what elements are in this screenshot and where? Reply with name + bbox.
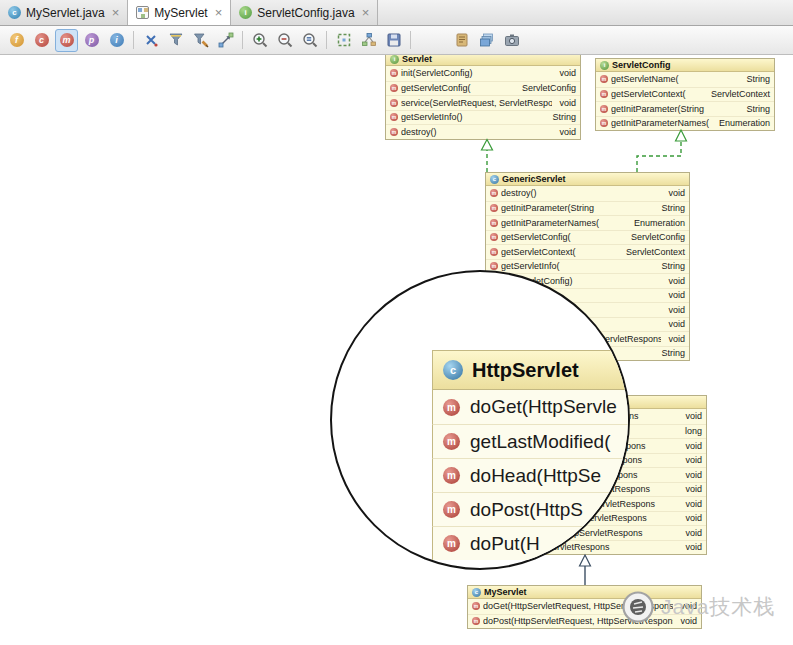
- method-row[interactable]: mgetServletConfig(ServletConfig: [486, 230, 689, 245]
- method-icon: m: [443, 399, 460, 416]
- method-return-type: void: [664, 319, 685, 329]
- method-return-type: String: [548, 112, 576, 122]
- method-icon: m: [600, 90, 608, 98]
- save-diagram-button[interactable]: [382, 29, 405, 52]
- class-node-servlet[interactable]: iServletminit(ServletConfig)voidmgetServ…: [385, 52, 581, 140]
- tab-servletconfig-java[interactable]: iServletConfig.java×: [231, 0, 378, 25]
- properties-toggle-button[interactable]: p: [80, 29, 103, 52]
- fit-content-button[interactable]: [332, 29, 355, 52]
- method-row[interactable]: mdestroy()void: [486, 186, 689, 201]
- class-header[interactable]: iServletConfig: [596, 59, 774, 72]
- method-signature: doPut(H: [470, 533, 540, 555]
- toolbar-separator: [133, 31, 134, 49]
- method-row[interactable]: mgetServletContext(ServletContext: [596, 87, 774, 102]
- interface-icon: i: [239, 6, 252, 19]
- method-row[interactable]: mgetServletConfig(ServletConfig: [386, 81, 580, 96]
- method-row[interactable]: mgetInitParameterNames(Enumeration: [486, 215, 689, 230]
- method-row[interactable]: mgetInitParameterNames(Enumeration: [596, 116, 774, 131]
- tab-bar: cMyServlet.java×MyServlet×iServletConfig…: [0, 0, 793, 26]
- method-return-type: void: [555, 98, 576, 108]
- method-icon: m: [390, 128, 398, 136]
- class-header[interactable]: cGenericServlet: [486, 173, 689, 186]
- properties-icon: p: [85, 33, 99, 47]
- method-signature: getInitParameter(String: [501, 203, 654, 213]
- method-row[interactable]: mservice(ServletRequest, ServletResponsv…: [386, 95, 580, 110]
- actual-size-button[interactable]: [298, 29, 321, 52]
- method-return-type: ServletConfig: [518, 83, 576, 93]
- method-row[interactable]: minit(ServletConfig)void: [386, 66, 580, 81]
- method-row[interactable]: mgetServletContext(ServletContext: [486, 244, 689, 259]
- show-dependencies-button[interactable]: [214, 29, 237, 52]
- constructors-toggle-button[interactable]: c: [30, 29, 53, 52]
- zoom-in-button[interactable]: [248, 29, 271, 52]
- method-return-type: void: [664, 276, 685, 286]
- method-signature: getServletContext(: [611, 89, 704, 99]
- close-icon[interactable]: ×: [362, 6, 370, 19]
- method-row-zoomed[interactable]: mdoHead(HttpSe: [432, 458, 630, 492]
- method-row-zoomed[interactable]: mgetLastModified(: [432, 424, 630, 458]
- tab-myservlet-java[interactable]: cMyServlet.java×: [0, 0, 128, 25]
- method-row[interactable]: mgetInitParameter(StringString: [486, 201, 689, 216]
- method-signature: getServletConfig(: [401, 83, 515, 93]
- method-icon: m: [490, 262, 498, 270]
- close-icon[interactable]: ×: [112, 6, 120, 19]
- constructors-icon: c: [35, 33, 49, 47]
- method-row[interactable]: mgetServletName(String: [596, 72, 774, 87]
- journal-button[interactable]: [450, 29, 473, 52]
- interface-icon: i: [600, 61, 609, 70]
- method-return-type: ServletContext: [707, 89, 770, 99]
- method-return-type: String: [657, 348, 685, 358]
- method-return-type: void: [664, 188, 685, 198]
- method-return-type: ServletConfig: [627, 232, 685, 242]
- change-visibility-button[interactable]: [139, 29, 162, 52]
- method-signature: service(ServletRequest, ServletRespons: [401, 98, 552, 108]
- method-row[interactable]: mgetServletInfo(String: [486, 259, 689, 274]
- class-header-zoomed[interactable]: c HttpServlet: [432, 350, 630, 390]
- method-return-type: String: [742, 74, 770, 84]
- apply-layout-icon: [361, 32, 377, 48]
- toolbar-separator: [242, 31, 243, 49]
- toolbar-separator: [326, 31, 327, 49]
- close-icon[interactable]: ×: [215, 6, 223, 19]
- method-signature: init(ServletConfig): [401, 68, 552, 78]
- method-return-type: String: [657, 261, 685, 271]
- method-row[interactable]: mgetInitParameter(StringString: [596, 101, 774, 116]
- method-signature: getLastModified(: [470, 431, 610, 453]
- edit-filter-button[interactable]: [189, 29, 212, 52]
- method-return-type: String: [742, 104, 770, 114]
- method-return-type: void: [681, 499, 702, 509]
- method-row[interactable]: mdestroy()void: [386, 124, 580, 139]
- actual-size-icon: [302, 32, 318, 48]
- method-return-type: long: [681, 426, 702, 436]
- method-icon: m: [490, 233, 498, 241]
- method-return-type: Enumeration: [630, 218, 685, 228]
- methods-toggle-button[interactable]: m: [55, 29, 78, 52]
- fields-icon: f: [10, 33, 24, 47]
- camera-icon: [504, 32, 520, 48]
- watermark: Java技术栈: [622, 591, 775, 623]
- zoom-out-button[interactable]: [273, 29, 296, 52]
- scope-filter-button[interactable]: [164, 29, 187, 52]
- fit-content-icon: [336, 32, 352, 48]
- method-icon: m: [443, 433, 460, 450]
- screenshot-button[interactable]: [500, 29, 523, 52]
- layers-button[interactable]: [475, 29, 498, 52]
- method-return-type: void: [664, 290, 685, 300]
- method-return-type: void: [681, 484, 702, 494]
- method-row-zoomed[interactable]: mdoGet(HttpServle: [432, 390, 630, 424]
- tab-label: ServletConfig.java: [257, 6, 354, 20]
- tab-myservlet[interactable]: MyServlet×: [128, 0, 231, 25]
- method-signature: getInitParameter(String: [611, 104, 739, 114]
- fields-toggle-button[interactable]: f: [5, 29, 28, 52]
- class-name: ServletConfig: [612, 60, 671, 70]
- diagram-toolbar: fcmpi: [0, 26, 793, 55]
- method-return-type: ServletContext: [622, 247, 685, 257]
- inner-classes-toggle-button[interactable]: i: [105, 29, 128, 52]
- filter-funnel-icon: [168, 32, 184, 48]
- journal-icon: [454, 32, 470, 48]
- apply-layout-button[interactable]: [357, 29, 380, 52]
- class-name: MyServlet: [484, 587, 527, 597]
- method-row[interactable]: mgetServletInfo()String: [386, 110, 580, 125]
- class-node-servletconfig[interactable]: iServletConfigmgetServletName(Stringmget…: [595, 58, 775, 131]
- method-return-type: void: [664, 334, 685, 344]
